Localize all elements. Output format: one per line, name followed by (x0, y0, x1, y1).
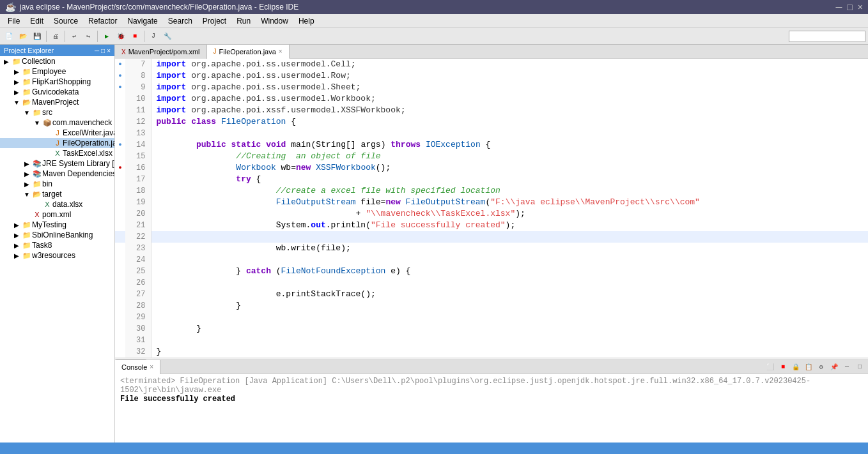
code-13[interactable] (151, 128, 868, 139)
minimize-button[interactable]: ─ (835, 2, 842, 12)
tree-item-pom[interactable]: X pom.xml (0, 209, 114, 220)
sidebar-minimize[interactable]: ─ (95, 47, 99, 54)
toggle-mavenproject[interactable]: ▼ (12, 99, 22, 106)
redo-btn[interactable]: ↪ (82, 30, 95, 43)
search-input[interactable] (789, 31, 865, 42)
console-minimize-btn[interactable]: ─ (841, 361, 853, 373)
toggle-flipkart[interactable]: ▶ (12, 79, 22, 86)
sidebar-maximize[interactable]: □ (101, 47, 105, 54)
tab-fileoperation[interactable]: J FileOperation.java × (207, 45, 290, 59)
code-30[interactable]: } (151, 323, 868, 335)
debug-perspective[interactable]: 🔧 (161, 30, 174, 43)
hscrollbar-thumb[interactable] (115, 359, 147, 359)
tree-item-data-xlsx[interactable]: X data.xlsx (0, 199, 114, 209)
tree-item-fileoperation[interactable]: J FileOperation.java (0, 138, 114, 148)
tree-item-flipkart[interactable]: ▶ 📁 FlipKartShopping (0, 77, 114, 87)
tree-item-excelwriter[interactable]: J ExcelWriter.java (0, 128, 114, 138)
code-16[interactable]: Workbook wb=new XSSFWorkbook(); (151, 162, 868, 174)
toggle-src[interactable]: ▼ (22, 109, 32, 116)
code-25[interactable]: } catch (FileNotFoundException e) { (151, 266, 868, 277)
code-8[interactable]: import org.apache.poi.ss.usermodel.Row; (151, 70, 868, 82)
tab-fileoperation-close[interactable]: × (279, 48, 283, 55)
console-settings-btn[interactable]: ⚙ (816, 361, 827, 373)
toggle-mytesting[interactable]: ▶ (12, 222, 22, 229)
code-21[interactable]: System.out.println("File successfully cr… (151, 220, 868, 231)
console-newconsole-btn[interactable]: 📋 (803, 361, 814, 373)
code-17[interactable]: try { (151, 174, 868, 185)
code-26[interactable] (151, 277, 868, 289)
toggle-sbionlinebanking[interactable]: ▶ (12, 232, 22, 239)
code-12[interactable]: public class FileOperation { (151, 116, 868, 128)
tree-item-mytesting[interactable]: ▶ 📁 MyTesting (0, 220, 114, 230)
debug-btn[interactable]: 🐞 (114, 30, 127, 43)
menu-source[interactable]: Source (49, 15, 83, 27)
code-29[interactable] (151, 312, 868, 323)
open-btn[interactable]: 📂 (17, 30, 29, 43)
toggle-employee[interactable]: ▶ (12, 68, 22, 75)
console-terminate-btn[interactable]: ■ (777, 361, 789, 373)
console-scroll-lock-btn[interactable]: 🔒 (790, 361, 802, 373)
toggle-target[interactable]: ▼ (22, 191, 32, 198)
tree-item-bin[interactable]: ▶ 📁 bin (0, 179, 114, 189)
code-10[interactable]: import org.apache.poi.ss.usermodel.Workb… (151, 93, 868, 105)
code-19[interactable]: FileOutputStream file=new FileOutputStre… (151, 197, 868, 208)
tree-item-target[interactable]: ▼ 📂 target (0, 189, 114, 199)
menu-file[interactable]: File (3, 15, 25, 27)
code-24[interactable] (151, 254, 868, 266)
tree-item-com-mavencheck[interactable]: ▼ 📦 com.mavencheck (0, 117, 114, 128)
code-27[interactable]: e.printStackTrace(); (151, 289, 868, 300)
tree-item-guvicodekata[interactable]: ▶ 📁 Guvicodekata (0, 87, 114, 97)
code-23[interactable]: wb.write(file); (151, 243, 868, 254)
hscrollbar[interactable] (115, 358, 868, 359)
code-7[interactable]: import org.apache.poi.ss.usermodel.Cell; (151, 59, 868, 70)
toggle-w3resources[interactable]: ▶ (12, 252, 22, 259)
code-14[interactable]: public static void main(String[] args) t… (151, 139, 868, 151)
toggle-task8[interactable]: ▶ (12, 242, 22, 249)
undo-btn[interactable]: ↩ (68, 30, 81, 43)
console-clear-btn[interactable]: ⬜ (764, 361, 776, 373)
console-tab-close[interactable]: × (150, 363, 153, 370)
menu-run[interactable]: Run (231, 15, 256, 27)
toggle-jre[interactable]: ▶ (22, 160, 32, 167)
menu-refactor[interactable]: Refactor (83, 15, 122, 27)
run-btn[interactable]: ▶ (100, 30, 113, 43)
menu-help[interactable]: Help (293, 15, 320, 27)
print-btn[interactable]: 🖨 (49, 30, 62, 43)
code-9[interactable]: import org.apache.poi.ss.usermodel.Sheet… (151, 82, 868, 93)
code-11[interactable]: import org.apache.poi.xssf.usermodel.XSS… (151, 105, 868, 116)
tree-item-mavenproject[interactable]: ▼ 📂 MavenProject (0, 97, 114, 107)
sidebar-controls[interactable]: ─ □ × (95, 47, 111, 54)
toggle-guvicodekata[interactable]: ▶ (12, 89, 22, 96)
code-18[interactable]: //create a excel file with specified loc… (151, 185, 868, 197)
java-perspective[interactable]: J (147, 30, 160, 43)
sidebar-close[interactable]: × (107, 47, 111, 54)
console-tab-item[interactable]: Console × (115, 360, 160, 374)
tree-item-taskexcel[interactable]: X TaskExcel.xlsx (0, 148, 114, 158)
menu-edit[interactable]: Edit (25, 15, 49, 27)
tree-item-src[interactable]: ▼ 📁 src (0, 107, 114, 117)
code-20[interactable]: + "\\mavencheck\\TaskExcel.xlsx"); (151, 208, 868, 220)
toggle-com-mavencheck[interactable]: ▼ (32, 119, 42, 126)
tree-item-task8[interactable]: ▶ 📁 Task8 (0, 240, 114, 250)
tree-item-collection[interactable]: ▶ 📁 Collection (0, 56, 114, 66)
code-22[interactable] (151, 231, 868, 243)
console-pin-btn[interactable]: 📌 (828, 361, 840, 373)
tree-item-w3resources[interactable]: ▶ 📁 w3resources (0, 250, 114, 261)
menu-search[interactable]: Search (163, 15, 198, 27)
maximize-button[interactable]: □ (847, 2, 852, 12)
tab-pom-xml[interactable]: X MavenProject/pom.xml (115, 45, 207, 59)
tree-item-sbionlinebanking[interactable]: ▶ 📁 SbiOnlineBanking (0, 230, 114, 240)
tree-item-maven-deps[interactable]: ▶ 📚 Maven Dependencies (0, 169, 114, 179)
save-btn[interactable]: 💾 (31, 30, 43, 43)
code-28[interactable]: } (151, 300, 868, 312)
close-button[interactable]: × (858, 2, 863, 12)
code-31[interactable] (151, 335, 868, 346)
toggle-collection[interactable]: ▶ (1, 58, 12, 65)
stop-btn[interactable]: ■ (128, 30, 141, 43)
tree-item-employee[interactable]: ▶ 📁 Employee (0, 66, 114, 77)
window-controls[interactable]: ─ □ × (835, 2, 863, 12)
menu-navigate[interactable]: Navigate (122, 15, 162, 27)
console-maximize-btn[interactable]: □ (854, 361, 865, 373)
toggle-maven-deps[interactable]: ▶ (22, 170, 32, 178)
code-32[interactable]: } (151, 346, 868, 358)
